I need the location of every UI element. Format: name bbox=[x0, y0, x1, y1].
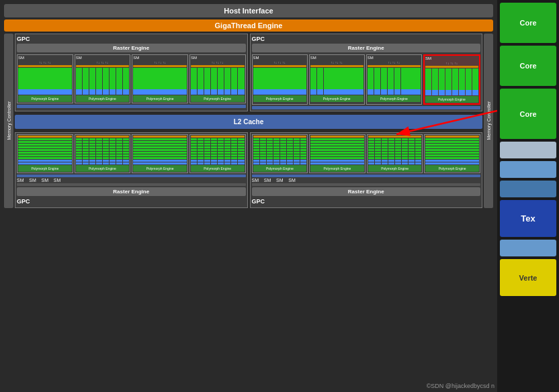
sm-block: SM ↑↓ ↑↓ ↑↓ bbox=[189, 54, 246, 103]
sm-block: SM ↑↓ ↑↓ ↑↓ bbox=[366, 54, 422, 105]
top-left-gpc: GPC Raster Engine SM ↑↓ ↑↓ ↑↓ bbox=[15, 34, 248, 111]
sm-block: Polymorph Engine bbox=[424, 134, 480, 174]
legend-verte: Verte bbox=[500, 259, 556, 296]
legend-tex: Tex bbox=[500, 200, 556, 237]
sm-row-top-right: SM ↑↓ ↑↓ ↑↓ bbox=[252, 54, 481, 105]
sm-block: SM ↑↓ ↑↓ ↑↓ bbox=[132, 54, 188, 103]
sm-block: SM ↑↓ ↑↓ ↑↓ bbox=[75, 54, 131, 103]
memory-controller-left: Memory Controller bbox=[4, 34, 13, 208]
l2-cache-label: L2 Cache bbox=[15, 115, 482, 129]
sm-block: Polymorph Engine bbox=[17, 134, 73, 174]
sm-block: Polymorph Engine bbox=[189, 134, 246, 174]
sm-block: SM ↑↓ ↑↓ ↑↓ bbox=[309, 54, 365, 105]
top-gpc-row: GPC Raster Engine SM ↑↓ ↑↓ ↑↓ bbox=[15, 34, 482, 111]
bottom-gpc-row: Polymorph Engine bbox=[15, 132, 482, 209]
bottom-left-gpc: Polymorph Engine bbox=[15, 132, 248, 209]
legend-core-3: Core bbox=[500, 89, 556, 139]
legend-blue1 bbox=[500, 161, 556, 178]
sm-block: SM ↑↓ ↑↓ ↑↓ bbox=[17, 54, 73, 103]
legend-blue3 bbox=[500, 240, 556, 256]
sm-row-bottom-left: Polymorph Engine bbox=[17, 134, 246, 174]
sm-block: Polymorph Engine bbox=[75, 134, 131, 174]
memory-controller-right: Memory Controller bbox=[484, 34, 493, 208]
bottom-right-gpc: Polymorph Engine bbox=[250, 132, 483, 209]
sm-block: SM ↑↓ ↑↓ ↑↓ bbox=[252, 54, 308, 105]
sm-block-highlighted: SM ↑↓ ↑↓ ↑↓ bbox=[423, 54, 480, 105]
legend-core-2: Core bbox=[500, 46, 556, 86]
legend-gray bbox=[500, 142, 556, 158]
sm-block: Polymorph Engine bbox=[367, 134, 423, 174]
legend-core-1: Core bbox=[500, 3, 556, 43]
legend-blue2 bbox=[500, 181, 556, 197]
sm-row-top-left: SM ↑↓ ↑↓ ↑↓ bbox=[17, 54, 246, 103]
gigathread-label: GigaThread Engine bbox=[4, 19, 493, 32]
right-legend-panel: Core Core Core Tex Verte bbox=[497, 0, 559, 392]
top-right-gpc: GPC Raster Engine SM ↑↓ ↑↓ ↑↓ bbox=[250, 34, 483, 111]
sm-block: Polymorph Engine bbox=[132, 134, 188, 174]
host-interface-label: Host Interface bbox=[4, 4, 493, 17]
sm-block: Polymorph Engine bbox=[309, 134, 366, 174]
sm-block: Polymorph Engine bbox=[252, 134, 308, 174]
watermark: ©SDN @hijackedbycsd n bbox=[427, 383, 494, 389]
sm-row-bottom-right: Polymorph Engine bbox=[252, 134, 481, 174]
main-diagram: Host Interface GigaThread Engine Memory … bbox=[0, 0, 497, 392]
